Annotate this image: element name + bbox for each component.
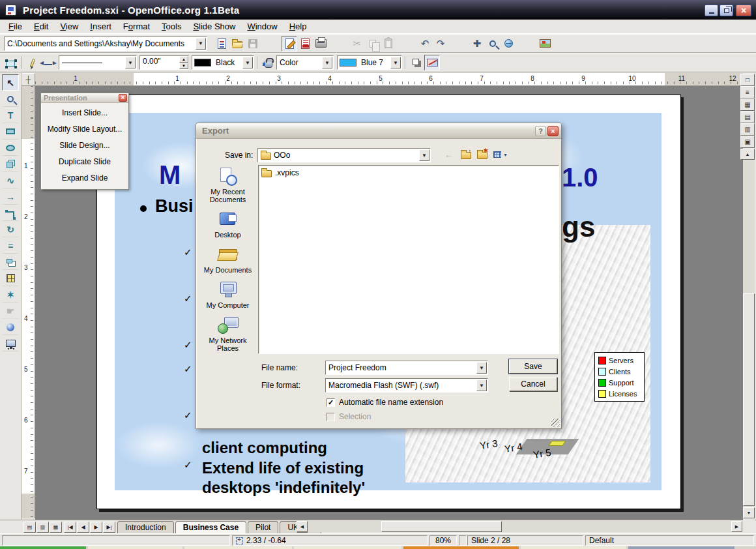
- help-icon[interactable]: ?: [535, 126, 546, 136]
- menu-item[interactable]: Slide Show: [187, 20, 241, 33]
- chevron-down-icon[interactable]: ▼: [476, 362, 487, 374]
- palette-menu-item[interactable]: Duplicate Slide: [41, 156, 128, 168]
- line-style-combobox[interactable]: ▼: [59, 55, 137, 70]
- next-slide-button[interactable]: ▶: [90, 522, 102, 533]
- export-pdf-icon[interactable]: [297, 36, 313, 52]
- arrow-ends-icon[interactable]: [40, 55, 56, 70]
- minimize-button[interactable]: [705, 5, 718, 16]
- palette-menu-item[interactable]: Modify Slide Layout...: [41, 123, 128, 135]
- pen-style-icon[interactable]: [25, 55, 40, 70]
- chevron-down-icon[interactable]: ▼: [196, 38, 206, 50]
- slide-tab[interactable]: Pilot: [248, 521, 278, 533]
- undo-icon[interactable]: ↶: [417, 36, 433, 52]
- new-doc-icon[interactable]: [214, 36, 229, 52]
- presentation-tool[interactable]: [2, 335, 19, 351]
- line-width-spinner[interactable]: 0.00" ▲▼: [139, 55, 189, 70]
- curve-tool[interactable]: ∿: [2, 172, 19, 188]
- dialog-title-bar[interactable]: Export ? ×: [196, 123, 561, 139]
- toolbar-button[interactable]: [399, 36, 414, 52]
- menu-item[interactable]: Edit: [28, 20, 54, 33]
- save-in-combobox[interactable]: OOo ▼: [257, 148, 431, 162]
- new-folder-icon[interactable]: ✱: [474, 148, 489, 161]
- menu-item[interactable]: Insert: [84, 20, 117, 33]
- handout-view-button[interactable]: ▥: [740, 123, 755, 136]
- cut-icon[interactable]: ✂: [349, 36, 365, 52]
- menu-item[interactable]: Help: [284, 20, 313, 33]
- toolbar-button[interactable]: [451, 36, 467, 52]
- redo-icon[interactable]: ↷: [433, 36, 448, 52]
- place-my-network-places[interactable]: My Network Places: [201, 316, 255, 352]
- cancel-button[interactable]: Cancel: [509, 377, 557, 391]
- area-fill-icon[interactable]: [261, 55, 276, 70]
- zoom-icon[interactable]: [485, 36, 501, 52]
- menu-item[interactable]: Format: [117, 20, 156, 33]
- scroll-up-icon[interactable]: ▲: [740, 149, 755, 160]
- page-style-panel[interactable]: Default: [585, 535, 754, 546]
- notes-view-button[interactable]: ▤: [740, 111, 755, 123]
- fill-type-combobox[interactable]: Color ▼: [276, 55, 334, 70]
- scroll-left-icon[interactable]: ◀: [297, 521, 308, 532]
- back-icon[interactable]: ←: [441, 148, 456, 161]
- toolbar-button[interactable]: [263, 36, 279, 52]
- file-name-combobox[interactable]: Project Freedom ▼: [325, 361, 488, 375]
- restore-button[interactable]: [720, 5, 733, 16]
- save-button[interactable]: Save: [509, 359, 557, 374]
- first-slide-button[interactable]: |◀: [64, 522, 76, 533]
- scroll-right-icon[interactable]: ▶: [731, 521, 742, 532]
- chevron-down-icon[interactable]: ▼: [476, 379, 487, 391]
- menu-item[interactable]: Window: [241, 20, 283, 33]
- close-button[interactable]: ×: [736, 5, 751, 16]
- print-icon[interactable]: [313, 36, 328, 52]
- file-list-item[interactable]: .xvpics: [261, 168, 556, 177]
- auto-extension-checkbox[interactable]: ✓ Automatic file name extension: [327, 398, 443, 407]
- copy-icon[interactable]: [365, 36, 381, 52]
- vertical-scrollbar-thumb[interactable]: [743, 293, 755, 506]
- slide-tab[interactable]: Business Case: [175, 521, 246, 533]
- chevron-down-icon[interactable]: ▼: [322, 57, 332, 68]
- horizontal-scrollbar-thumb[interactable]: [381, 521, 502, 532]
- open-icon[interactable]: [229, 36, 245, 52]
- place-my-computer[interactable]: My Computer: [201, 281, 255, 309]
- insert-tool[interactable]: [2, 270, 19, 286]
- ellipse-tool[interactable]: [2, 140, 19, 156]
- menu-item[interactable]: File: [3, 20, 28, 33]
- connector-tool[interactable]: [2, 205, 19, 221]
- rectangle-tool[interactable]: [2, 123, 19, 140]
- resize-grip[interactable]: [551, 419, 560, 427]
- save-icon[interactable]: [245, 36, 261, 52]
- edit-file-icon[interactable]: [282, 36, 297, 52]
- file-format-combobox[interactable]: Macromedia Flash (SWF) (.swf) ▼: [325, 378, 488, 393]
- outline-view-button[interactable]: ≡: [740, 86, 755, 98]
- lines-arrows-tool[interactable]: →: [2, 188, 19, 205]
- palette-title-bar[interactable]: Presentation ×: [41, 93, 128, 103]
- slides-view-button[interactable]: ▦: [740, 98, 755, 111]
- file-list[interactable]: .xvpics: [258, 165, 559, 354]
- dialog-close-icon[interactable]: ×: [547, 126, 559, 136]
- up-one-level-icon[interactable]: ↑: [458, 148, 473, 161]
- previous-slide-button[interactable]: ◀: [77, 522, 89, 533]
- hyperlink-icon[interactable]: [501, 36, 516, 52]
- gallery-icon[interactable]: [537, 36, 553, 52]
- interaction-tool[interactable]: ☛: [2, 303, 19, 319]
- alignment-tool[interactable]: ≡: [2, 237, 19, 254]
- arrange-tool[interactable]: [2, 254, 19, 270]
- last-slide-button[interactable]: ▶|: [103, 522, 115, 533]
- menu-item[interactable]: Tools: [156, 20, 187, 33]
- toolbar-button[interactable]: [519, 36, 534, 52]
- shadow-toggle-button[interactable]: [409, 55, 424, 70]
- effects-tool[interactable]: ✶: [2, 286, 19, 303]
- 3d-objects-tool[interactable]: [2, 156, 19, 172]
- place-desktop[interactable]: Desktop: [201, 211, 255, 239]
- slide-show-button[interactable]: ▣: [740, 136, 755, 148]
- slide-mode-button[interactable]: ▤: [23, 522, 36, 533]
- chevron-down-icon[interactable]: ▼: [390, 57, 401, 68]
- presentation-box-toggle[interactable]: [424, 55, 440, 70]
- chevron-down-icon[interactable]: ▼: [419, 149, 429, 161]
- chevron-down-icon[interactable]: ▼: [125, 57, 136, 68]
- document-path-combobox[interactable]: C:\Documents and Settings\Akshay\My Docu…: [4, 37, 207, 51]
- zoom-tool[interactable]: [2, 91, 19, 107]
- palette-menu-item[interactable]: Insert Slide...: [41, 107, 128, 119]
- ruler-origin[interactable]: ┼: [22, 73, 35, 86]
- drawing-view-button[interactable]: □: [740, 74, 755, 86]
- paste-icon[interactable]: [381, 36, 396, 52]
